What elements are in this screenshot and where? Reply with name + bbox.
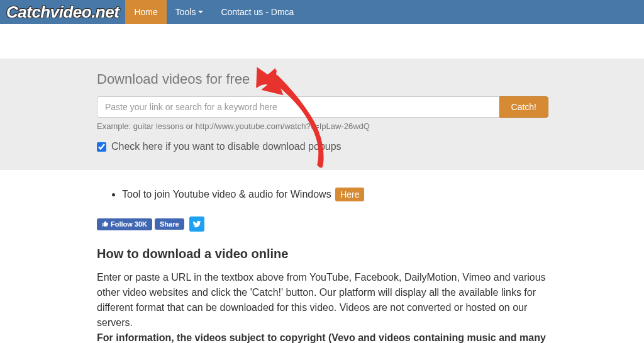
- nav-contact[interactable]: Contact us - Dmca: [212, 0, 303, 24]
- disable-popups-checkbox[interactable]: [97, 142, 106, 152]
- howto-p2: For information, the videos subject to c…: [97, 330, 548, 343]
- tool-text: Tool to join Youtube video & audio for W…: [122, 189, 331, 200]
- howto-p1: Enter or paste a URL in the textbox abov…: [97, 270, 548, 330]
- content-section: Tool to join Youtube video & audio for W…: [0, 170, 644, 343]
- twitter-button[interactable]: [189, 216, 204, 232]
- disable-popups-row[interactable]: Check here if you want to disable downlo…: [97, 141, 548, 152]
- facebook-follow-button[interactable]: Follow 30K: [97, 218, 152, 230]
- nav-home[interactable]: Home: [125, 0, 166, 24]
- social-row: Follow 30K Share: [97, 216, 548, 232]
- chevron-down-icon: [198, 11, 203, 13]
- thumb-up-icon: [102, 220, 109, 228]
- spacer: [0, 24, 644, 59]
- fb-follow-count: 30K: [135, 220, 147, 228]
- url-input-group: Catch!: [97, 96, 548, 118]
- example-text: Example: guitar lessons or http://www.yo…: [97, 121, 548, 131]
- catch-button[interactable]: Catch!: [499, 96, 548, 118]
- hero-title: Download videos for free: [97, 71, 548, 87]
- navbar: Catchvideo.net Home Tools Contact us - D…: [0, 0, 644, 24]
- nav-tools[interactable]: Tools: [167, 0, 213, 24]
- tool-here-button[interactable]: Here: [335, 188, 364, 201]
- tool-line: Tool to join Youtube video & audio for W…: [122, 188, 548, 201]
- hero-section: Download videos for free Catch! Example:…: [0, 59, 644, 170]
- fb-follow-label: Follow: [111, 220, 133, 228]
- howto-section: How to download a video online Enter or …: [97, 247, 548, 343]
- disable-popups-label: Check here if you want to disable downlo…: [111, 141, 341, 152]
- nav-tools-label: Tools: [175, 7, 196, 17]
- url-input[interactable]: [97, 96, 499, 118]
- twitter-icon: [192, 220, 201, 228]
- facebook-share-button[interactable]: Share: [155, 218, 184, 230]
- howto-heading: How to download a video online: [97, 247, 548, 261]
- brand-logo[interactable]: Catchvideo.net: [0, 0, 125, 24]
